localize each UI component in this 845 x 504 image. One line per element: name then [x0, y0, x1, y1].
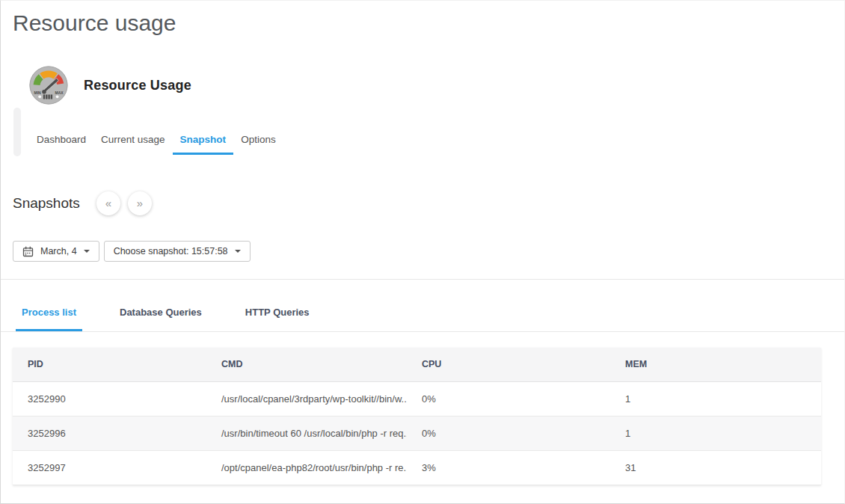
snapshot-selector-label: Choose snapshot: 15:57:58	[114, 246, 228, 256]
calendar-icon	[22, 246, 34, 257]
main-tabs: Dashboard Current usage Snapshot Options	[29, 108, 283, 155]
previous-snapshot-button[interactable]: «	[96, 191, 120, 215]
cell-mem: 31	[610, 450, 821, 485]
page-title: Resource usage	[13, 10, 844, 37]
process-list-table: PID CMD CPU MEM 3252990 /usr/local/cpane…	[13, 348, 821, 485]
cell-pid: 3252996	[13, 416, 206, 450]
table-row: 3252996 /usr/bin/timeout 60 /usr/local/b…	[13, 416, 821, 450]
cell-cpu: 0%	[407, 416, 610, 450]
caret-down-icon	[235, 250, 241, 253]
tab-database-queries[interactable]: Database Queries	[114, 280, 208, 331]
gauge-min-label: MIN	[34, 90, 42, 95]
tab-http-queries[interactable]: HTTP Queries	[239, 280, 316, 331]
caret-down-icon	[84, 250, 90, 253]
cell-mem: 1	[610, 381, 821, 416]
next-snapshot-button[interactable]: »	[128, 191, 152, 215]
snapshot-content-tabs: Process list Database Queries HTTP Queri…	[1, 280, 844, 332]
snapshots-heading: Snapshots	[13, 195, 80, 212]
column-header-mem: MEM	[610, 348, 821, 381]
cell-pid: 3252997	[13, 450, 206, 485]
gauge-icon: MIN MAX	[29, 66, 68, 105]
app-title: Resource Usage	[84, 78, 191, 93]
tab-process-list[interactable]: Process list	[16, 280, 82, 331]
table-row: 3252997 /opt/cpanel/ea-php82/root/usr/bi…	[13, 450, 821, 485]
table-row: 3252990 /usr/local/cpanel/3rdparty/wp-to…	[13, 381, 821, 416]
tab-dashboard[interactable]: Dashboard	[29, 108, 93, 155]
main-tab-bar: Dashboard Current usage Snapshot Options	[1, 108, 844, 158]
column-header-cpu: CPU	[407, 348, 610, 381]
cell-cmd: /usr/bin/timeout 60 /usr/local/bin/php -…	[206, 416, 407, 450]
snapshot-time-selector-button[interactable]: Choose snapshot: 15:57:58	[104, 241, 251, 262]
cell-mem: 1	[610, 416, 821, 450]
tab-current-usage[interactable]: Current usage	[93, 108, 173, 155]
cell-pid: 3252990	[13, 381, 206, 416]
date-selector-button[interactable]: March, 4	[13, 241, 99, 262]
date-selector-label: March, 4	[40, 246, 77, 256]
tab-snapshot[interactable]: Snapshot	[173, 108, 234, 155]
tab-options[interactable]: Options	[233, 108, 283, 155]
snapshot-controls: March, 4 Choose snapshot: 15:57:58	[13, 241, 844, 262]
cell-cmd: /opt/cpanel/ea-php82/root/usr/bin/php -r…	[206, 450, 407, 485]
gauge-max-label: MAX	[55, 90, 64, 95]
chevron-double-left-icon: «	[105, 197, 111, 209]
resource-usage-page: Resource usage MIN MAX Resource Usa	[0, 0, 845, 504]
column-header-pid: PID	[13, 348, 206, 381]
app-header: MIN MAX Resource Usage	[29, 66, 844, 105]
table-header-row: PID CMD CPU MEM	[13, 348, 821, 381]
chevron-double-right-icon: »	[137, 197, 143, 209]
tab-bar-accent-bar	[13, 108, 21, 156]
snapshots-header-row: Snapshots « »	[13, 191, 844, 215]
cell-cpu: 0%	[407, 381, 610, 416]
cell-cmd: /usr/local/cpanel/3rdparty/wp-toolkit//b…	[206, 381, 407, 416]
cell-cpu: 3%	[407, 450, 610, 485]
column-header-cmd: CMD	[206, 348, 407, 381]
